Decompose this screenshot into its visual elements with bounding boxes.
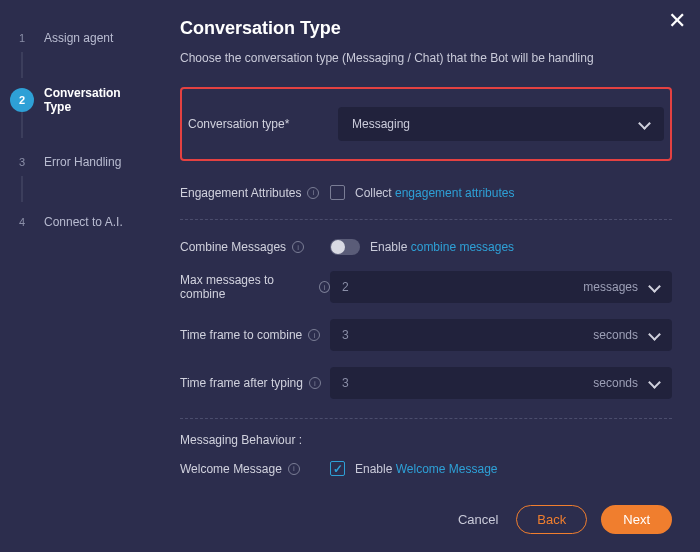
divider [180,219,672,220]
time-after-typing-label: Time frame after typing i [180,376,330,390]
close-icon[interactable]: ✕ [668,10,686,32]
welcome-message-link[interactable]: Welcome Message [396,462,498,476]
max-messages-unit: messages [583,280,638,294]
step-label: Error Handling [44,155,121,169]
time-frame-combine-unit: seconds [593,328,638,342]
step-connector [21,112,23,138]
next-button[interactable]: Next [601,505,672,534]
engagement-attributes-checkbox[interactable] [330,185,345,200]
chevron-down-icon [648,377,660,389]
max-messages-value: 2 [342,280,349,294]
step-number: 1 [10,26,34,50]
engagement-attributes-link[interactable]: engagement attributes [395,186,514,200]
step-connector [21,176,23,202]
chevron-down-icon [648,281,660,293]
step-connector [21,52,23,78]
chevron-down-icon [648,329,660,341]
time-frame-combine-input[interactable]: 3 seconds [330,319,672,351]
combine-messages-label: Combine Messages i [180,240,330,254]
info-icon[interactable]: i [292,241,304,253]
conversation-type-label: Conversation type* [188,117,338,131]
info-icon[interactable]: i [319,281,330,293]
info-icon[interactable]: i [308,329,320,341]
welcome-message-checkbox[interactable] [330,461,345,476]
step-label: Connect to A.I. [44,215,123,229]
chevron-down-icon [638,118,650,130]
time-frame-combine-label: Time frame to combine i [180,328,330,342]
step-label: Assign agent [44,31,113,45]
info-icon[interactable]: i [307,187,319,199]
info-icon[interactable]: i [309,377,321,389]
step-connect-ai[interactable]: 4 Connect to A.I. [0,206,160,238]
back-button[interactable]: Back [516,505,587,534]
welcome-message-label: Welcome Message i [180,462,330,476]
max-messages-label: Max messages to combine i [180,273,330,301]
step-number: 3 [10,150,34,174]
step-error-handling[interactable]: 3 Error Handling [0,146,160,178]
info-icon[interactable]: i [288,463,300,475]
engagement-attributes-label: Engagement Attributes i [180,186,330,200]
wizard-steps: 1 Assign agent 2 Conversation Type 3 Err… [0,0,160,552]
messaging-behaviour-title: Messaging Behaviour : [180,433,672,447]
step-label: Conversation Type [44,86,150,114]
main-panel: ✕ Conversation Type Choose the conversat… [160,0,700,552]
page-subtitle: Choose the conversation type (Messaging … [180,51,672,65]
time-after-typing-input[interactable]: 3 seconds [330,367,672,399]
conversation-type-value: Messaging [352,117,410,131]
time-frame-combine-value: 3 [342,328,349,342]
time-after-typing-unit: seconds [593,376,638,390]
time-after-typing-value: 3 [342,376,349,390]
cancel-button[interactable]: Cancel [454,506,502,533]
page-title: Conversation Type [180,18,672,39]
conversation-type-select[interactable]: Messaging [338,107,664,141]
combine-messages-toggle[interactable] [330,239,360,255]
divider [180,418,672,419]
combine-messages-link[interactable]: combine messages [411,240,514,254]
footer-actions: Cancel Back Next [454,505,672,534]
step-assign-agent[interactable]: 1 Assign agent [0,22,160,54]
step-number: 2 [10,88,34,112]
step-number: 4 [10,210,34,234]
conversation-type-highlight: Conversation type* Messaging [180,87,672,161]
step-conversation-type[interactable]: 2 Conversation Type [0,82,160,118]
max-messages-input[interactable]: 2 messages [330,271,672,303]
